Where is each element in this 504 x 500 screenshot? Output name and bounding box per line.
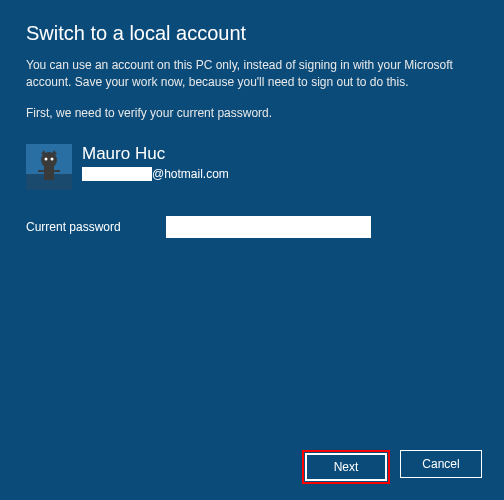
dialog-content: Switch to a local account You can use an… <box>0 0 504 260</box>
svg-point-4 <box>45 157 48 160</box>
user-info: Mauro Huc @hotmail.com <box>82 144 229 181</box>
email-redacted <box>82 167 152 181</box>
button-bar: Next Cancel <box>302 450 482 484</box>
user-email: @hotmail.com <box>82 167 229 181</box>
description-text: You can use an account on this PC only, … <box>26 57 478 92</box>
user-name: Mauro Huc <box>82 144 229 164</box>
user-row: Mauro Huc @hotmail.com <box>26 144 478 190</box>
password-row: Current password <box>26 216 478 238</box>
password-input[interactable] <box>166 216 371 238</box>
email-domain: @hotmail.com <box>152 167 229 181</box>
page-title: Switch to a local account <box>26 22 478 45</box>
avatar <box>26 144 72 190</box>
svg-rect-3 <box>44 166 54 180</box>
next-button-highlight: Next <box>302 450 390 484</box>
verify-text: First, we need to verify your current pa… <box>26 106 478 120</box>
svg-rect-7 <box>54 170 60 172</box>
svg-point-5 <box>51 157 54 160</box>
password-label: Current password <box>26 220 166 234</box>
svg-rect-6 <box>38 170 44 172</box>
cancel-button[interactable]: Cancel <box>400 450 482 478</box>
next-button[interactable]: Next <box>305 453 387 481</box>
